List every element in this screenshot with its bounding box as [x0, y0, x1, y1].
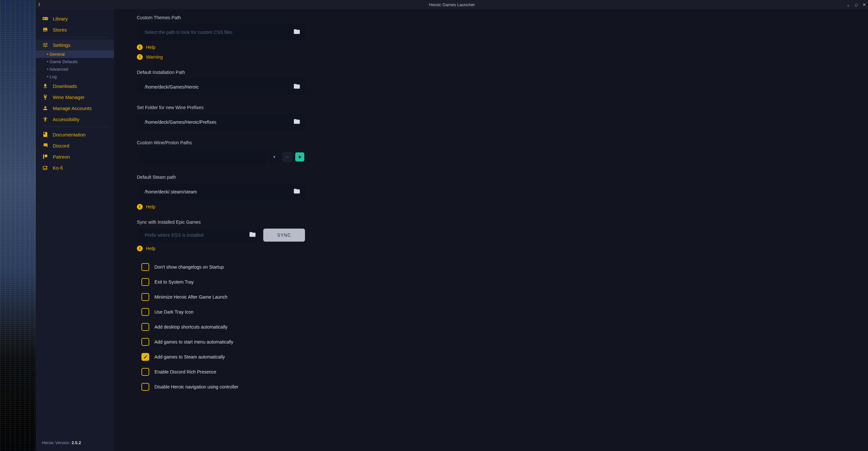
sidebar-link-discord[interactable]: Discord [36, 140, 114, 151]
sidebar-item-label: Downloads [53, 83, 77, 89]
help-link[interactable]: i Help [137, 44, 845, 50]
checkbox[interactable] [142, 308, 149, 316]
sidebar-item-settings[interactable]: Settings [36, 39, 114, 51]
checkbox-row: Add games to start menu automatically [137, 338, 845, 346]
folder-icon[interactable] [249, 231, 256, 239]
sidebar-sub-general[interactable]: • General [36, 51, 114, 58]
sidebar-item-label: Settings [53, 42, 70, 48]
sidebar-link-kofi[interactable]: Ko-fi [36, 162, 114, 173]
checkbox[interactable] [142, 338, 149, 346]
default-install-input[interactable] [137, 79, 305, 95]
folder-icon[interactable] [293, 83, 301, 91]
app-icon: ! [38, 2, 40, 7]
download-icon [42, 83, 48, 89]
user-icon [42, 105, 48, 111]
divider [42, 37, 108, 37]
remove-path-button[interactable]: − [282, 152, 292, 162]
version-label: Heroic Version: 2.5.2 [36, 436, 114, 451]
sync-button[interactable]: SYNC [263, 229, 305, 241]
divider [42, 127, 108, 127]
checkbox-row: Minimize Heroic After Game Launch [137, 293, 845, 301]
checkbox-label: Add desktop shortcuts automatically [154, 324, 227, 329]
store-icon [42, 27, 48, 33]
sync-egs-label: Sync with Installed Epic Games [137, 220, 845, 225]
sidebar-sub-log[interactable]: • Log [36, 73, 114, 80]
info-icon: i [137, 246, 143, 251]
sidebar-link-documentation[interactable]: Documentation [36, 129, 114, 140]
checkbox-label: Use Dark Tray Icon [154, 309, 193, 315]
maximize-button[interactable]: ◇ [855, 2, 858, 7]
checkbox[interactable] [142, 323, 149, 331]
checkbox-row: Add games to Steam automatically [137, 353, 845, 361]
steam-path-input[interactable] [137, 184, 305, 200]
help-link[interactable]: i Help [137, 204, 845, 210]
checkbox-row: Use Dark Tray Icon [137, 308, 845, 316]
checkbox[interactable] [142, 383, 149, 391]
checkbox-row: Enable Discord Rich Presence [137, 368, 845, 376]
dropdown-icon[interactable]: ▼ [269, 149, 280, 165]
accessibility-icon [42, 116, 48, 122]
sidebar-link-patreon[interactable]: Patreon [36, 151, 114, 162]
wine-prefixes-input[interactable] [137, 114, 305, 130]
checkbox-row: Don't show changelogs on Startup [137, 263, 845, 271]
checkbox[interactable] [142, 293, 149, 301]
folder-icon[interactable] [293, 188, 301, 196]
wine-prefixes-label: Set Folder for new Wine Prefixes [137, 105, 845, 110]
warning-icon: ! [137, 54, 143, 60]
window-title: Heroic Games Launcher [429, 2, 475, 7]
sidebar-item-label: Library [53, 16, 68, 22]
checkbox[interactable] [142, 263, 149, 271]
default-install-label: Default Installation Path [137, 70, 845, 75]
desktop-wallpaper-strip [0, 0, 36, 451]
sidebar-link-label: Discord [53, 143, 69, 149]
checkbox-row: Disable Heroic navigation using controll… [137, 383, 845, 391]
sidebar-item-label: Accessibility [53, 117, 80, 122]
sidebar-link-label: Ko-fi [53, 165, 63, 171]
discord-icon [42, 142, 48, 149]
sidebar-link-label: Documentation [53, 132, 86, 137]
titlebar: ! Heroic Games Launcher ⌄ ◇ ✕ [36, 0, 868, 9]
sidebar-item-wine-manager[interactable]: Wine Manager [36, 92, 114, 103]
checkbox[interactable] [142, 278, 149, 286]
folder-icon[interactable] [293, 118, 301, 126]
warning-link[interactable]: ! Warning [137, 54, 845, 60]
checkbox-row: Exit to System Tray [137, 278, 845, 286]
sidebar-item-accessibility[interactable]: Accessibility [36, 114, 114, 125]
checkbox-label: Disable Heroic navigation using controll… [154, 384, 239, 389]
kofi-icon [42, 165, 48, 171]
checkbox-label: Enable Discord Rich Presence [154, 369, 216, 375]
checkbox-label: Exit to System Tray [154, 280, 194, 285]
custom-themes-label: Custom Themes Path [137, 15, 845, 20]
sidebar-sub-game-defaults[interactable]: • Game Defaults [36, 58, 114, 65]
sidebar-sub-advanced[interactable]: • Advanced [36, 65, 114, 73]
sidebar-item-manage-accounts[interactable]: Manage Accounts [36, 103, 114, 114]
sidebar-item-downloads[interactable]: Downloads [36, 80, 114, 92]
checkbox-label: Add games to Steam automatically [154, 354, 225, 359]
sidebar-item-label: Stores [53, 27, 67, 33]
sidebar-item-library[interactable]: Library [36, 13, 114, 24]
minimize-button[interactable]: ⌄ [846, 2, 850, 7]
wine-icon [42, 94, 48, 100]
folder-icon[interactable] [293, 28, 301, 36]
sidebar-item-label: Wine Manager [53, 94, 85, 100]
checkbox[interactable] [142, 368, 149, 376]
sidebar: Library Stores Settings • General • Game… [36, 9, 114, 451]
sidebar-item-stores[interactable]: Stores [36, 24, 114, 35]
close-button[interactable]: ✕ [863, 2, 866, 7]
sync-egs-input[interactable] [137, 229, 260, 241]
checkbox[interactable] [142, 353, 149, 361]
help-link[interactable]: i Help [137, 246, 845, 251]
checkbox-row: Add desktop shortcuts automatically [137, 323, 845, 331]
gamepad-icon [42, 15, 48, 22]
app-window: ! Heroic Games Launcher ⌄ ◇ ✕ Library St… [36, 0, 868, 451]
book-icon [42, 132, 48, 137]
info-icon: i [137, 44, 143, 50]
steam-path-label: Default Steam path [137, 174, 845, 180]
checkbox-label: Add games to start menu automatically [154, 339, 233, 345]
custom-themes-input[interactable] [137, 24, 305, 40]
sidebar-item-label: Manage Accounts [53, 105, 92, 111]
add-path-button[interactable]: + [295, 152, 304, 162]
settings-icon [42, 42, 48, 48]
settings-content: Custom Themes Path i Help ! Warning [114, 9, 868, 451]
custom-wine-select[interactable] [137, 149, 267, 165]
